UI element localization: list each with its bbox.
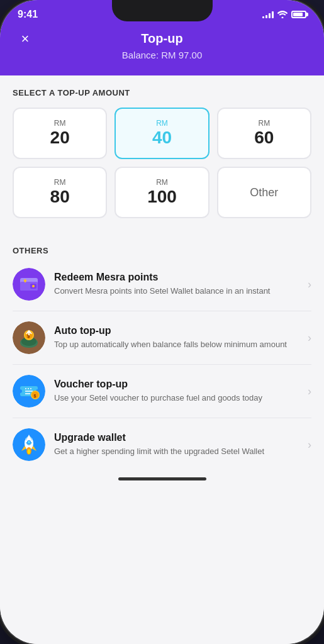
topup-section: SELECT A TOP-UP AMOUNT RM 20 RM 40 RM bbox=[0, 75, 324, 218]
auto-arrow-icon: › bbox=[308, 331, 311, 345]
amount-value-40: 40 bbox=[152, 128, 172, 148]
amount-value-80: 80 bbox=[50, 187, 70, 207]
auto-title: Auto top-up bbox=[54, 325, 303, 336]
svg-text:$: $ bbox=[34, 394, 36, 399]
header-top: × Top-up bbox=[15, 31, 309, 46]
amount-value-20: 20 bbox=[50, 128, 70, 148]
mesra-icon bbox=[13, 268, 45, 301]
screen: 9:41 × Top-up Balance: RM bbox=[0, 0, 324, 644]
auto-desc: Top up automatically when balance falls … bbox=[54, 339, 303, 350]
amount-card-100[interactable]: RM 100 bbox=[115, 167, 209, 218]
voucher-icon: $ bbox=[13, 375, 45, 408]
upgrade-desc: Get a higher spending limit with the upg… bbox=[54, 446, 303, 457]
amount-card-20[interactable]: RM 20 bbox=[13, 108, 107, 159]
wifi-icon bbox=[277, 11, 288, 18]
close-button[interactable]: × bbox=[15, 29, 35, 49]
amount-card-other[interactable]: Other bbox=[217, 167, 311, 218]
voucher-arrow-icon: › bbox=[308, 385, 311, 398]
upgrade-content: Upgrade wallet Get a higher spending lim… bbox=[54, 432, 303, 457]
signal-icon bbox=[262, 11, 274, 18]
section-title-topup: SELECT A TOP-UP AMOUNT bbox=[13, 88, 311, 97]
auto-icon: $ bbox=[13, 321, 45, 354]
home-bar bbox=[118, 477, 206, 480]
list-item-mesra[interactable]: Redeem Mesra points Convert Mesra points… bbox=[13, 258, 311, 311]
amount-card-60[interactable]: RM 60 bbox=[217, 108, 311, 159]
auto-content: Auto top-up Top up automatically when ba… bbox=[54, 325, 303, 350]
list-item-upgrade[interactable]: Upgrade wallet Get a higher spending lim… bbox=[13, 418, 311, 471]
amount-currency-20: RM bbox=[54, 119, 66, 128]
status-icons bbox=[262, 11, 306, 18]
list-item-auto[interactable]: $ Auto top-up Top up automatically when … bbox=[13, 311, 311, 365]
app-header: × Top-up Balance: RM 97.00 bbox=[0, 25, 324, 75]
main-content: SELECT A TOP-UP AMOUNT RM 20 RM 40 RM bbox=[0, 75, 324, 644]
upgrade-arrow-icon: › bbox=[308, 438, 311, 452]
amount-card-80[interactable]: RM 80 bbox=[13, 167, 107, 218]
amount-currency-80: RM bbox=[54, 178, 66, 187]
svg-point-4 bbox=[32, 285, 35, 287]
notch bbox=[112, 0, 213, 21]
other-label: Other bbox=[250, 186, 278, 199]
others-section: OTHERS bbox=[0, 233, 324, 471]
mesra-title: Redeem Mesra points bbox=[54, 272, 303, 283]
header-title: Top-up bbox=[141, 31, 182, 46]
amount-currency-60: RM bbox=[258, 119, 270, 128]
voucher-title: Voucher top-up bbox=[54, 379, 303, 390]
amount-value-60: 60 bbox=[254, 128, 274, 148]
amount-value-100: 100 bbox=[147, 187, 177, 207]
list-item-voucher[interactable]: $ Voucher top-up Use your Setel voucher … bbox=[13, 365, 311, 418]
mesra-content: Redeem Mesra points Convert Mesra points… bbox=[54, 272, 303, 297]
mesra-arrow-icon: › bbox=[308, 278, 311, 291]
amount-card-40[interactable]: RM 40 bbox=[115, 108, 209, 159]
amount-grid: RM 20 RM 40 RM 60 RM bbox=[13, 108, 311, 218]
section-title-others: OTHERS bbox=[13, 246, 311, 255]
amount-currency-40: RM bbox=[156, 119, 168, 128]
amount-currency-100: RM bbox=[156, 178, 168, 187]
battery-icon bbox=[291, 11, 306, 18]
svg-point-15 bbox=[18, 389, 22, 393]
upgrade-title: Upgrade wallet bbox=[54, 432, 303, 443]
svg-point-27 bbox=[28, 449, 31, 454]
mesra-desc: Convert Mesra points into Setel Wallet b… bbox=[54, 286, 303, 297]
header-balance: Balance: RM 97.00 bbox=[122, 50, 203, 60]
upgrade-icon bbox=[13, 428, 45, 461]
home-indicator bbox=[0, 471, 324, 491]
phone-shell: 9:41 × Top-up Balance: RM bbox=[0, 0, 324, 644]
svg-point-29 bbox=[28, 441, 30, 443]
voucher-desc: Use your Setel voucher to purchase fuel … bbox=[54, 392, 303, 404]
status-time: 9:41 bbox=[18, 9, 38, 20]
voucher-content: Voucher top-up Use your Setel voucher to… bbox=[54, 379, 303, 404]
